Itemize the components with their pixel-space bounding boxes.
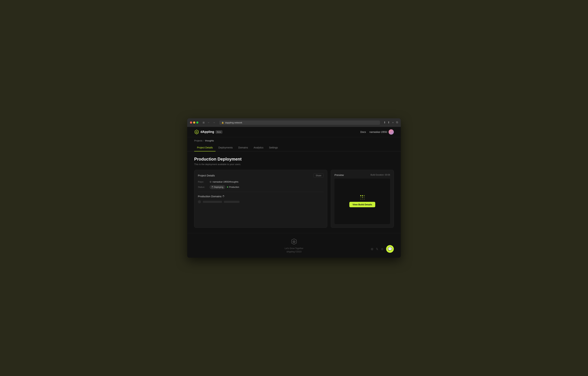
beta-badge: Beta — [216, 130, 222, 134]
tabs-icon[interactable]: ⧉ — [396, 121, 398, 125]
status-label: Status: — [198, 186, 208, 188]
share-icon[interactable]: ⬆ — [388, 121, 390, 125]
breadcrumb-current: thoughts — [205, 139, 214, 142]
browser-nav-controls: ⊞ ← → — [202, 121, 216, 124]
green-dot-icon — [227, 187, 228, 188]
user-info: namaskar-1f650 — [369, 129, 394, 135]
logo-text: dAppling — [200, 130, 214, 134]
lock-icon: 🔒 — [221, 122, 224, 124]
url-text: dappling.network — [225, 121, 242, 124]
twitter-icon[interactable]: 𝕏 — [376, 247, 378, 251]
repo-label: Repo: — [198, 180, 208, 183]
logo-area: dAppling Beta — [194, 130, 222, 135]
cards-row: Project Details Share Repo: ⊙ namaskar-1… — [194, 170, 394, 228]
build-duration: Build Duration: 00:06 — [370, 174, 390, 176]
breadcrumb-projects[interactable]: Projects — [194, 139, 202, 142]
skeleton-bar-1 — [203, 201, 222, 203]
deploying-text: Deploying — [214, 186, 223, 188]
github-footer-icon[interactable]: ⊙ — [381, 247, 383, 251]
tab-settings[interactable]: Settings — [266, 145, 281, 151]
traffic-lights — [190, 122, 198, 124]
forward-button[interactable]: → — [212, 121, 216, 124]
preview-header: Preview Build Duration: 00:06 — [335, 173, 390, 177]
github-icon: ⊙ — [210, 180, 211, 183]
download-icon[interactable]: ⬇ — [383, 121, 386, 125]
view-build-button[interactable]: View Build Details — [349, 202, 375, 207]
preview-title: Preview — [335, 173, 344, 177]
production-badge: Production — [227, 186, 239, 188]
app-container: dAppling Beta Docs namaskar-1f650 Projec… — [187, 127, 401, 258]
nav-tabs: Project Details Deployments Domains Anal… — [187, 142, 401, 151]
skeleton-bar-2 — [224, 201, 240, 203]
logo-icon — [194, 130, 199, 135]
footer-logo — [194, 238, 394, 245]
footer: Let's Grow Together dAppling ©2023 ⊟ 𝕏 ⊙… — [187, 233, 401, 258]
new-tab-icon[interactable]: ＋ — [391, 121, 394, 125]
skeleton-circle — [198, 200, 201, 203]
footer-tagline: Let's Grow Together dAppling ©2023 — [194, 247, 394, 253]
chat-fab-button[interactable]: 💬 — [386, 245, 394, 253]
card-header: Project Details Share — [198, 173, 324, 178]
page-title: Production Deployment — [194, 157, 394, 162]
bookmark-icon[interactable]: ⊟ — [371, 247, 373, 251]
breadcrumb: Projects / thoughts — [194, 139, 394, 142]
page-subtitle: This is the deployment available to your… — [194, 163, 394, 166]
username-text: namaskar-1f650 — [369, 131, 387, 133]
repo-value: ⊙ namaskar-1f650/thoughts — [210, 180, 238, 183]
sidebar-toggle-button[interactable]: ⊞ — [202, 121, 205, 124]
browser-window: ⊞ ← → 🔒 dappling.network ⬇ ⬆ ＋ ⧉ dApplin… — [187, 118, 401, 258]
footer-icons: ⊟ 𝕏 ⊙ 💬 — [371, 245, 394, 253]
main-content: Production Deployment This is the deploy… — [187, 151, 401, 233]
preview-card: Preview Build Duration: 00:06 View Build — [331, 170, 394, 228]
browser-actions: ⬇ ⬆ ＋ ⧉ — [383, 121, 398, 125]
breadcrumb-area: Projects / thoughts — [187, 137, 401, 142]
minimize-button[interactable] — [193, 122, 195, 124]
share-button[interactable]: Share — [314, 173, 324, 178]
domains-spinner — [222, 195, 224, 197]
card-title: Project Details — [198, 174, 215, 177]
tab-deployments[interactable]: Deployments — [216, 145, 235, 151]
status-row: Status: Deploying Production — [198, 185, 324, 189]
repo-text: namaskar-1f650/thoughts — [213, 180, 238, 183]
deploying-badge: Deploying — [210, 185, 225, 189]
back-button[interactable]: ← — [207, 121, 211, 124]
docs-link[interactable]: Docs — [360, 131, 366, 133]
header-right: Docs namaskar-1f650 — [360, 129, 394, 135]
project-details-card: Project Details Share Repo: ⊙ namaskar-1… — [194, 170, 327, 228]
preview-body: View Build Details — [335, 178, 390, 224]
domain-skeleton-row — [198, 200, 324, 203]
loading-animation — [360, 195, 364, 199]
breadcrumb-separator: / — [203, 139, 204, 142]
tab-domains[interactable]: Domains — [235, 145, 251, 151]
tab-project-details[interactable]: Project Details — [194, 145, 216, 151]
maximize-button[interactable] — [196, 122, 198, 124]
avatar[interactable] — [388, 129, 394, 135]
browser-titlebar: ⊞ ← → 🔒 dappling.network ⬇ ⬆ ＋ ⧉ — [187, 118, 401, 127]
close-button[interactable] — [190, 122, 192, 124]
status-badges: Deploying Production — [210, 185, 239, 189]
spinner-icon — [211, 186, 213, 188]
production-domains-title: Production Domains — [198, 195, 324, 198]
footer-logo-icon — [291, 238, 297, 245]
tab-analytics[interactable]: Analytics — [251, 145, 266, 151]
address-bar[interactable]: 🔒 dappling.network — [220, 120, 380, 125]
production-text: Production — [229, 186, 239, 188]
repo-row: Repo: ⊙ namaskar-1f650/thoughts — [198, 180, 324, 183]
app-header: dAppling Beta Docs namaskar-1f650 — [187, 127, 401, 137]
